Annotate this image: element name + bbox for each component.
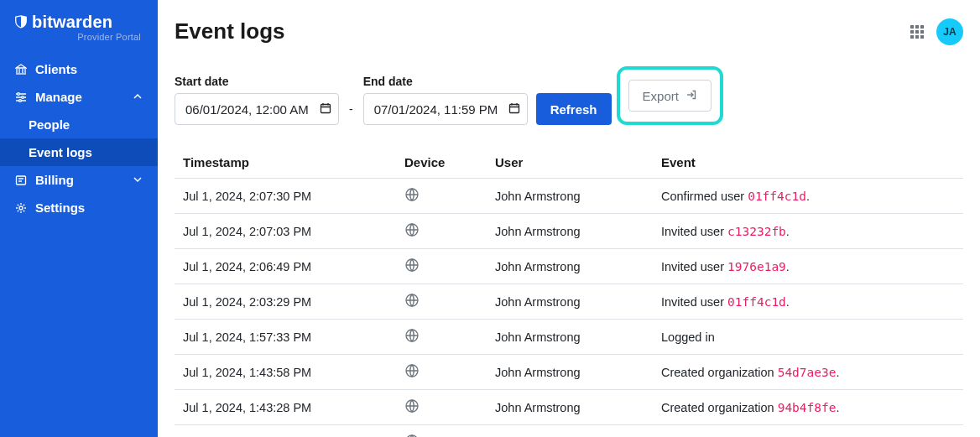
globe-icon [404, 293, 420, 308]
table-row: Jul 1, 2024, 1:43:28 PMJohn ArmstrongCre… [175, 390, 963, 425]
event-id[interactable]: 94b4f8fe [778, 401, 837, 414]
svg-rect-9 [915, 30, 919, 34]
logo[interactable]: bitwarden [15, 13, 143, 30]
chevron-up-icon [133, 90, 143, 104]
event-id[interactable]: 54d7ae3e [778, 366, 837, 379]
event-id[interactable]: c13232fb [727, 225, 786, 238]
sidebar: bitwarden Provider Portal Clients Manage… [0, 0, 158, 437]
shield-icon [15, 16, 27, 28]
sidebar-item-event-logs[interactable]: Event logs [0, 138, 158, 166]
brand-subtitle: Provider Portal [15, 32, 143, 42]
export-button-label: Export [643, 89, 679, 103]
cell-timestamp: Jul 1, 2024, 2:07:03 PM [175, 214, 398, 249]
sidebar-item-billing[interactable]: Billing [0, 166, 158, 194]
brand-name: bitwarden [32, 13, 112, 30]
cell-timestamp: Jul 1, 2024, 1:57:33 PM [175, 320, 398, 355]
start-date-value: 06/01/2024, 12:00 AM [185, 102, 309, 117]
svg-point-4 [19, 206, 23, 210]
cell-user: John Armstrong [488, 214, 654, 249]
svg-rect-15 [509, 104, 519, 112]
event-text: Confirmed user [661, 190, 748, 203]
cell-device [398, 320, 488, 355]
column-header-user: User [488, 147, 654, 179]
filter-bar: Start date 06/01/2024, 12:00 AM - End da… [175, 66, 963, 125]
sidebar-item-people[interactable]: People [0, 111, 158, 138]
cell-user: John Armstrong [488, 390, 654, 425]
sidebar-item-clients[interactable]: Clients [0, 55, 158, 83]
start-date-input[interactable]: 06/01/2024, 12:00 AM [175, 93, 339, 125]
end-date-field: End date 07/01/2024, 11:59 PM [363, 75, 528, 125]
svg-rect-7 [920, 25, 924, 29]
table-row: Jul 1, 2024, 1:57:33 PMJohn ArmstrongLog… [175, 320, 963, 355]
column-header-event: Event [654, 147, 963, 179]
cell-device [398, 390, 488, 425]
cell-device [398, 284, 488, 320]
start-date-label: Start date [175, 75, 339, 88]
avatar[interactable]: JA [936, 18, 963, 45]
gear-icon [15, 202, 27, 214]
svg-rect-10 [920, 30, 924, 34]
event-text: Invited user [661, 260, 727, 273]
calendar-icon[interactable] [320, 102, 331, 117]
sidebar-item-settings[interactable]: Settings [0, 194, 158, 221]
bank-icon [15, 64, 27, 75]
event-suffix: . [837, 401, 840, 414]
calendar-icon[interactable] [508, 102, 520, 117]
cell-device [398, 214, 488, 249]
export-icon [685, 89, 697, 103]
cell-user: John Armstrong [488, 355, 654, 390]
cell-user: John Armstrong [488, 179, 654, 214]
svg-rect-6 [915, 25, 919, 29]
export-button[interactable]: Export [628, 80, 712, 112]
cell-device [398, 249, 488, 284]
cell-timestamp: Jul 1, 2024, 2:03:29 PM [175, 284, 398, 320]
svg-rect-11 [910, 35, 914, 39]
sidebar-item-label: People [29, 117, 70, 132]
cell-timestamp: Jul 1, 2024, 2:06:49 PM [175, 249, 398, 284]
svg-point-0 [18, 92, 20, 95]
apps-icon[interactable] [910, 24, 925, 39]
svg-rect-13 [920, 35, 924, 39]
end-date-input[interactable]: 07/01/2024, 11:59 PM [363, 93, 528, 125]
cell-event: Invited user 01ff4c1d. [654, 284, 963, 320]
sidebar-item-manage[interactable]: Manage [0, 83, 158, 111]
avatar-initials: JA [943, 26, 956, 38]
cell-device [398, 179, 488, 214]
cell-device [398, 425, 488, 438]
cell-device [398, 355, 488, 390]
cell-event: Created organization 94b4f8fe. [654, 390, 963, 425]
cell-event: Created organization 54d7ae3e. [654, 355, 963, 390]
event-id[interactable]: 01ff4c1d [748, 190, 806, 203]
globe-icon [404, 222, 420, 237]
export-highlight: Export [617, 66, 723, 125]
table-row: Jul 1, 2024, 1:41:03 PMJohn ArmstrongCre… [175, 425, 963, 438]
svg-rect-12 [915, 35, 919, 39]
sidebar-item-label: Billing [35, 173, 74, 187]
refresh-button[interactable]: Refresh [536, 93, 612, 125]
event-suffix: . [786, 260, 790, 273]
table-row: Jul 1, 2024, 2:06:49 PMJohn ArmstrongInv… [175, 249, 963, 284]
table-row: Jul 1, 2024, 2:07:30 PMJohn ArmstrongCon… [175, 179, 963, 214]
start-date-field: Start date 06/01/2024, 12:00 AM [175, 75, 339, 125]
event-text: Created organization [661, 366, 778, 379]
cell-timestamp: Jul 1, 2024, 1:43:28 PM [175, 390, 398, 425]
globe-icon [404, 258, 420, 273]
table-row: Jul 1, 2024, 2:03:29 PMJohn ArmstrongInv… [175, 284, 963, 320]
cell-event: Invited user c13232fb. [654, 214, 963, 249]
sliders-icon [15, 91, 27, 103]
globe-icon [404, 398, 420, 414]
cell-user: John Armstrong [488, 425, 654, 438]
table-row: Jul 1, 2024, 2:07:03 PMJohn ArmstrongInv… [175, 214, 963, 249]
svg-rect-3 [17, 176, 26, 185]
column-header-device: Device [398, 147, 488, 179]
svg-rect-5 [910, 25, 914, 29]
event-id[interactable]: 1976e1a9 [727, 260, 786, 273]
globe-icon [404, 187, 420, 202]
cell-user: John Armstrong [488, 320, 654, 355]
svg-rect-8 [910, 30, 914, 34]
main-content: JA Event logs Start date 06/01/2024, 12:… [158, 0, 980, 437]
event-text: Created organization [661, 401, 778, 414]
cell-event: Confirmed user 01ff4c1d. [654, 179, 963, 214]
svg-rect-14 [321, 104, 331, 112]
event-id[interactable]: 01ff4c1d [727, 295, 786, 309]
